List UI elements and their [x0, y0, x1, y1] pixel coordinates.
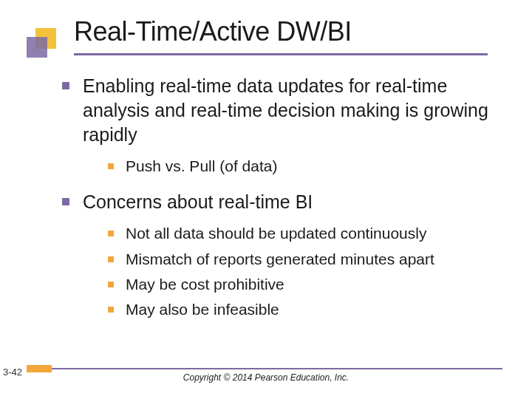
footer-accent-icon: [27, 365, 52, 372]
list-item: Not all data should be updated continuou…: [108, 223, 502, 244]
bullet-text: Mismatch of reports generated minutes ap…: [126, 249, 434, 270]
list-item: Concerns about real-time BI: [62, 190, 502, 214]
list-item: Enabling real-time data updates for real…: [62, 74, 502, 147]
bullet-text: Push vs. Pull (of data): [126, 156, 277, 177]
slide: Real-Time/Active DW/BI Enabling real-tim…: [0, 0, 532, 399]
copyright-text: Copyright © 2014 Pearson Education, Inc.: [0, 372, 532, 383]
title-underline: [74, 53, 369, 55]
content-area: Enabling real-time data updates for real…: [62, 74, 502, 334]
list-item: May be cost prohibitive: [108, 274, 502, 295]
footer-divider: [52, 368, 502, 369]
list-item: Mismatch of reports generated minutes ap…: [108, 249, 502, 270]
square-bullet-icon: [62, 82, 69, 89]
square-bullet-icon: [108, 307, 114, 313]
list-item: Push vs. Pull (of data): [108, 156, 502, 177]
sub-list: Push vs. Pull (of data): [108, 156, 502, 177]
list-item: May also be infeasible: [108, 299, 502, 320]
square-bullet-icon: [108, 163, 114, 169]
bullet-text: Enabling real-time data updates for real…: [83, 74, 502, 147]
sub-list: Not all data should be updated continuou…: [108, 223, 502, 320]
footer: 3-42 Copyright © 2014 Pearson Education,…: [0, 368, 532, 387]
bullet-text: Not all data should be updated continuou…: [126, 223, 426, 244]
square-bullet-icon: [108, 282, 114, 287]
bullet-text: May also be infeasible: [126, 299, 279, 320]
corner-logo-icon: [27, 27, 61, 61]
square-bullet-icon: [108, 231, 114, 236]
bullet-text: May be cost prohibitive: [126, 274, 284, 295]
bullet-text: Concerns about real-time BI: [83, 190, 313, 214]
page-title: Real-Time/Active DW/BI: [74, 16, 352, 47]
square-bullet-icon: [108, 256, 114, 262]
square-bullet-icon: [62, 198, 69, 205]
